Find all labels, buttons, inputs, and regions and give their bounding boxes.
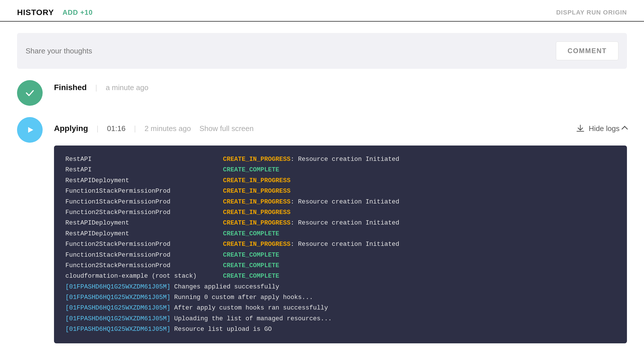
timeline: Finished | a minute ago Applying | 01:16…: [0, 77, 644, 353]
comment-input[interactable]: [26, 47, 556, 55]
applying-item: Applying | 01:16 | 2 minutes ago Show fu…: [17, 114, 627, 349]
log-line: RestAPIDeployment CREATE_IN_PROGRESS: Re…: [65, 218, 616, 228]
applying-header: Applying | 01:16 | 2 minutes ago Show fu…: [54, 118, 627, 139]
display-run-origin-button[interactable]: DISPLAY RUN ORIGIN: [556, 9, 627, 16]
header: HISTORY ADD +10 DISPLAY RUN ORIGIN: [0, 0, 644, 22]
log-line: Function1StackPermissionProd CREATE_IN_P…: [65, 186, 616, 196]
comment-button[interactable]: COMMENT: [556, 41, 618, 60]
log-line: RestAPIDeployment CREATE_COMPLETE: [65, 229, 616, 239]
svg-marker-0: [28, 127, 33, 133]
log-line: Function2StackPermissionProd CREATE_IN_P…: [65, 239, 616, 250]
log-message-line: [01FPASHD6HQ1G25WXZDM61J05M] Resource li…: [65, 324, 616, 335]
finished-separator: |: [95, 83, 97, 92]
log-line: Function2StackPermissionProd CREATE_IN_P…: [65, 207, 616, 218]
log-message-line: [01FPASHD6HQ1G25WXZDM61J05M] Uploading t…: [65, 313, 616, 324]
comment-area: COMMENT: [17, 33, 627, 69]
log-line: cloudformation-example (root stack) CREA…: [65, 271, 616, 281]
applying-time: 2 minutes ago: [144, 124, 191, 133]
show-fullscreen-button[interactable]: Show full screen: [200, 124, 254, 133]
finished-icon: [17, 80, 43, 106]
applying-icon: [17, 117, 43, 143]
applying-sep1: |: [97, 124, 99, 133]
log-lines: RestAPI CREATE_IN_PROGRESS: Resource cre…: [65, 154, 616, 282]
finished-time: a minute ago: [106, 83, 148, 92]
applying-content: Applying | 01:16 | 2 minutes ago Show fu…: [54, 118, 627, 139]
log-messages: [01FPASHD6HQ1G25WXZDM61J05M] Changes app…: [65, 282, 616, 335]
log-message-line: [01FPASHD6HQ1G25WXZDM61J05M] After apply…: [65, 303, 616, 313]
hide-logs-button[interactable]: Hide logs: [589, 124, 627, 133]
finished-header: Finished | a minute ago: [54, 77, 627, 98]
log-line: RestAPI CREATE_COMPLETE: [65, 165, 616, 175]
applying-sep2: |: [134, 124, 136, 133]
log-message-line: [01FPASHD6HQ1G25WXZDM61J05M] Changes app…: [65, 282, 616, 292]
hide-logs-area: Hide logs: [576, 124, 627, 133]
log-message-line: [01FPASHD6HQ1G25WXZDM61J05M] Running 0 c…: [65, 292, 616, 303]
chevron-up-icon: [622, 126, 628, 132]
log-line: Function1StackPermissionProd CREATE_IN_P…: [65, 197, 616, 207]
finished-item: Finished | a minute ago: [17, 77, 627, 106]
applying-duration: 01:16: [107, 124, 126, 133]
add-button[interactable]: ADD +10: [63, 9, 93, 16]
applying-title: Applying: [54, 124, 88, 133]
history-tab[interactable]: HISTORY: [17, 8, 54, 17]
log-line: Function2StackPermissionProd CREATE_COMP…: [65, 260, 616, 271]
log-panel: RestAPI CREATE_IN_PROGRESS: Resource cre…: [54, 146, 627, 343]
log-line: RestAPIDeployment CREATE_IN_PROGRESS: [65, 175, 616, 186]
download-icon: [576, 124, 585, 133]
log-line: RestAPI CREATE_IN_PROGRESS: Resource cre…: [65, 154, 616, 165]
finished-title: Finished: [54, 83, 87, 92]
log-line: Function1StackPermissionProd CREATE_COMP…: [65, 250, 616, 260]
header-left: HISTORY ADD +10: [17, 8, 93, 17]
finished-content: Finished | a minute ago: [54, 77, 627, 98]
